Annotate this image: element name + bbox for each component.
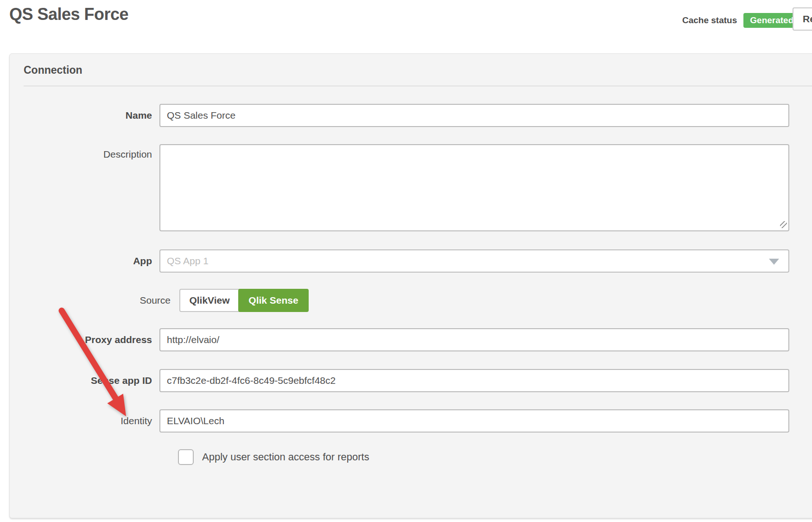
description-row: Description — [10, 144, 789, 231]
source-qlik-sense-button[interactable]: Qlik Sense — [238, 289, 309, 312]
cache-status-badge: Generated — [743, 13, 800, 28]
app-label: App — [10, 255, 152, 267]
proxy-address-input[interactable] — [159, 328, 789, 351]
identity-label: Identity — [10, 415, 152, 427]
sense-app-id-input[interactable] — [159, 369, 789, 392]
proxy-row: Proxy address — [10, 328, 789, 351]
app-select-value: QS App 1 — [167, 255, 209, 267]
app-row: App QS App 1 — [10, 249, 789, 273]
name-row: Name — [10, 104, 789, 127]
name-label: Name — [10, 110, 152, 121]
chevron-down-icon — [769, 259, 779, 265]
section-access-row: Apply user section access for reports — [178, 449, 369, 465]
section-access-checkbox[interactable] — [178, 449, 194, 465]
page-title: QS Sales Force — [9, 5, 128, 24]
cache-status-group: Cache status Generated — [682, 13, 800, 28]
connection-panel: Connection Name Description App QS App 1… — [9, 53, 812, 518]
source-qlikview-button[interactable]: QlikView — [179, 289, 240, 312]
proxy-address-label: Proxy address — [10, 334, 152, 345]
reload-metadata-button[interactable]: Re — [793, 7, 812, 31]
description-textarea[interactable] — [159, 144, 789, 231]
heading-divider — [24, 86, 812, 86]
cache-status-label: Cache status — [682, 15, 737, 25]
identity-input[interactable] — [159, 409, 789, 433]
description-textarea-wrap — [159, 144, 789, 231]
connection-heading: Connection — [24, 64, 82, 76]
source-row: Source QlikView Qlik Sense — [10, 289, 789, 312]
section-access-label: Apply user section access for reports — [202, 451, 369, 463]
identity-row: Identity — [10, 409, 789, 433]
source-label: Source — [10, 295, 171, 306]
sense-app-id-label: Sense app ID — [10, 375, 152, 386]
source-toggle: QlikView Qlik Sense — [179, 289, 309, 312]
app-select[interactable]: QS App 1 — [159, 249, 789, 273]
resize-handle-icon[interactable] — [780, 221, 787, 228]
sense-app-id-row: Sense app ID — [10, 369, 789, 392]
name-input[interactable] — [159, 104, 789, 127]
description-label: Description — [10, 149, 152, 160]
